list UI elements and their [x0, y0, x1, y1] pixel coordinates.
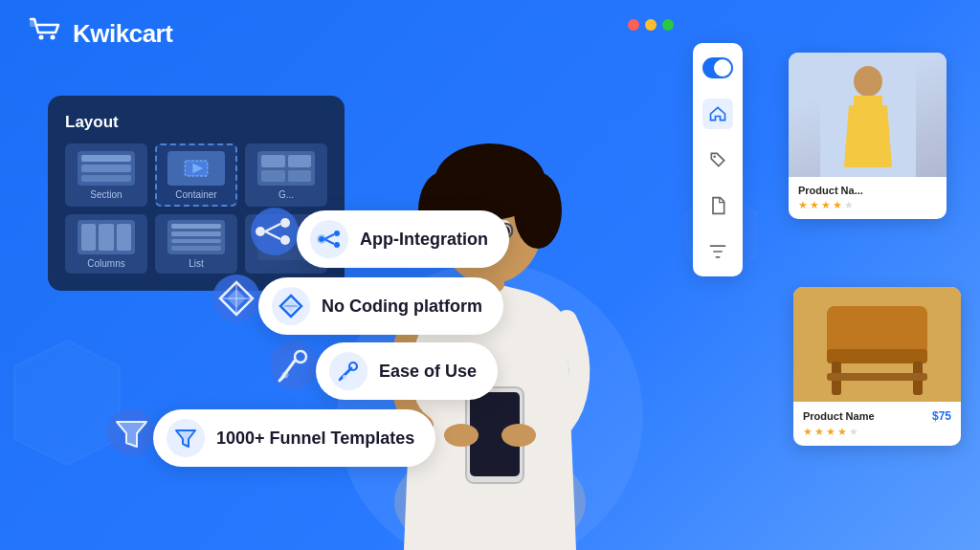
svg-point-5 — [713, 155, 716, 158]
integration-label: App-Integration — [360, 230, 488, 250]
templates-float-icon — [105, 407, 158, 463]
sidebar-tag-icon[interactable] — [702, 144, 733, 175]
svg-point-18 — [343, 375, 346, 379]
svg-point-8 — [319, 236, 324, 242]
columns-thumb — [78, 220, 135, 254]
layout-item-grid[interactable]: G... — [245, 143, 327, 207]
ease-float-icon — [268, 340, 321, 396]
svg-point-38 — [854, 66, 882, 97]
product-name-2: Product Name — [803, 410, 875, 422]
layout-item-container[interactable]: Container — [155, 143, 237, 207]
toggle-knob — [714, 59, 731, 77]
product-name-1: Product Na... — [798, 185, 937, 196]
sidebar-icons-panel — [693, 43, 743, 276]
feature-pill-templates: 1000+ Funnel Templates — [153, 409, 435, 467]
sidebar-file-icon[interactable] — [702, 190, 733, 221]
home-icon — [708, 104, 727, 123]
container-thumb — [167, 151, 225, 186]
list-thumb — [167, 220, 225, 254]
toggle-switch[interactable] — [702, 57, 733, 78]
sidebar-home-icon[interactable] — [702, 99, 733, 129]
tag-icon — [708, 150, 727, 169]
svg-point-4 — [51, 35, 56, 40]
diamond-icon — [278, 294, 303, 319]
integration-float-icon — [249, 206, 301, 262]
ease-label: Ease of Use — [379, 362, 477, 382]
svg-point-36 — [501, 424, 536, 447]
product-info-2: Product Name $75 ★ ★ ★ ★ ★ — [793, 402, 961, 446]
brand-name: Kwikcart — [73, 19, 172, 49]
list-label: List — [189, 258, 204, 269]
feature-pill-ease: Ease of Use — [316, 342, 498, 400]
traffic-green — [662, 19, 674, 31]
funnel-icon — [173, 426, 198, 451]
product-image-1 — [789, 53, 947, 177]
product-card-2: Product Name $75 ★ ★ ★ ★ ★ — [793, 287, 961, 446]
grid-label: G... — [278, 189, 294, 200]
feature-pill-integration: App-Integration — [297, 210, 509, 268]
svg-point-61 — [282, 372, 289, 379]
product-figure-1 — [820, 53, 916, 177]
nocoding-label: No Coding platform — [322, 297, 482, 317]
svg-point-49 — [280, 235, 290, 245]
file-icon — [708, 196, 727, 215]
nocoding-icon-wrapper — [272, 287, 310, 325]
tools-icon — [336, 359, 361, 384]
product-figure-2 — [793, 287, 961, 402]
templates-icon-wrapper — [167, 419, 205, 457]
header: Kwikcart — [29, 17, 172, 50]
svg-point-24 — [514, 172, 562, 249]
section-label: Section — [90, 189, 122, 200]
templates-label: 1000+ Funnel Templates — [216, 429, 414, 449]
section-thumb — [78, 151, 135, 186]
traffic-lights — [628, 19, 674, 31]
product-image-2 — [793, 287, 961, 402]
svg-point-47 — [256, 227, 265, 236]
svg-point-3 — [39, 35, 44, 40]
grid-thumb — [257, 151, 315, 186]
layout-item-section[interactable]: Section — [65, 143, 147, 207]
layout-item-columns[interactable]: Columns — [65, 214, 147, 274]
product-info-1: Product Na... ★ ★ ★ ★ ★ — [789, 177, 947, 219]
columns-label: Columns — [87, 258, 124, 269]
svg-rect-39 — [854, 96, 882, 110]
product-stars-1: ★ ★ ★ ★ ★ — [798, 199, 937, 211]
svg-point-35 — [444, 424, 479, 447]
layout-item-list[interactable]: List — [155, 214, 237, 274]
integration-icon — [317, 227, 342, 252]
product-card-1: Product Na... ★ ★ ★ ★ ★ — [789, 53, 947, 219]
svg-rect-42 — [827, 349, 927, 363]
sidebar-filter-icon[interactable] — [702, 236, 733, 267]
container-label: Container — [175, 189, 216, 200]
feature-pill-nocoding: No Coding platform — [258, 277, 503, 335]
svg-marker-0 — [14, 341, 120, 465]
traffic-yellow — [645, 19, 657, 31]
product-row-2: Product Name $75 — [803, 409, 951, 423]
nocoding-float-icon — [211, 273, 263, 329]
ease-icon-wrapper — [329, 352, 368, 390]
integration-icon-wrapper — [310, 220, 348, 258]
layout-panel-title: Layout — [65, 113, 327, 132]
svg-point-48 — [280, 218, 290, 228]
sidebar-toggle-icon[interactable] — [702, 53, 733, 83]
logo-cart-icon — [29, 17, 65, 50]
product-price-2: $75 — [932, 409, 951, 423]
svg-point-10 — [334, 242, 340, 248]
filter-icon — [708, 242, 727, 261]
svg-point-16 — [349, 363, 357, 370]
svg-point-57 — [270, 341, 318, 389]
svg-point-9 — [334, 231, 340, 236]
product-stars-2: ★ ★ ★ ★ ★ — [803, 426, 951, 438]
svg-rect-45 — [827, 373, 927, 381]
traffic-red — [628, 19, 639, 31]
